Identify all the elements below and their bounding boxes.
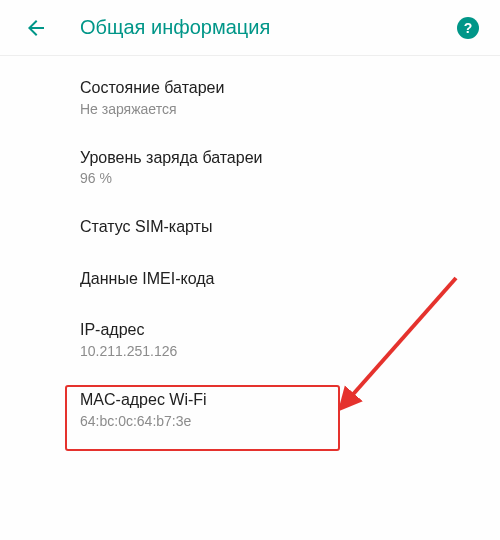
item-subtitle: 10.211.251.126 (80, 343, 476, 359)
page-title: Общая информация (80, 16, 448, 39)
item-subtitle: 64:bc:0c:64:b7:3e (80, 413, 476, 429)
toolbar: Общая информация ? (0, 0, 500, 56)
item-title: Статус SIM-карты (80, 216, 476, 238)
item-title: IP-адрес (80, 319, 476, 341)
list-item-battery-level[interactable]: Уровень заряда батареи 96 % (0, 132, 500, 202)
item-title: Уровень заряда батареи (80, 147, 476, 169)
help-icon: ? (457, 17, 479, 39)
item-subtitle: 96 % (80, 170, 476, 186)
list-item-wifi-mac[interactable]: MAC-адрес Wi-Fi 64:bc:0c:64:b7:3e (0, 374, 500, 444)
list-item-battery-state[interactable]: Состояние батареи Не заряжается (0, 62, 500, 132)
item-title: Данные IMEI-кода (80, 268, 476, 290)
arrow-back-icon (24, 16, 48, 40)
item-subtitle: Не заряжается (80, 101, 476, 117)
list-item-ip-address[interactable]: IP-адрес 10.211.251.126 (0, 304, 500, 374)
item-title: MAC-адрес Wi-Fi (80, 389, 476, 411)
list-item-imei[interactable]: Данные IMEI-кода (0, 253, 500, 305)
back-button[interactable] (16, 8, 56, 48)
list-item-sim-status[interactable]: Статус SIM-карты (0, 201, 500, 253)
item-title: Состояние батареи (80, 77, 476, 99)
settings-list: Состояние батареи Не заряжается Уровень … (0, 56, 500, 444)
help-button[interactable]: ? (448, 8, 488, 48)
